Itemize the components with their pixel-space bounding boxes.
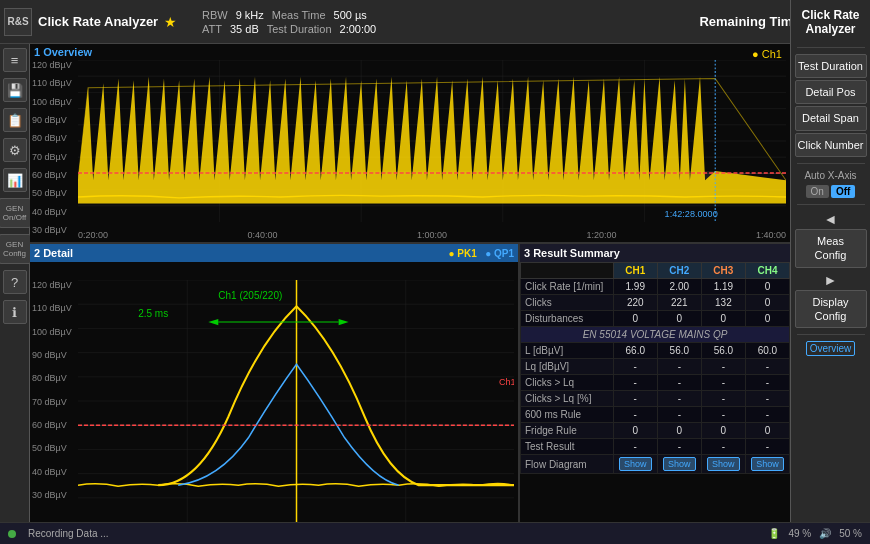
y-label-40: 40 dBµV bbox=[32, 207, 72, 217]
row-600ms-ch1: - bbox=[613, 407, 657, 423]
auto-x-axis-off[interactable]: Off bbox=[831, 185, 855, 198]
row-clicks-ch3: 132 bbox=[701, 295, 745, 311]
row-flow-diagram-ch1[interactable]: Show bbox=[613, 455, 657, 474]
svg-text:Ch1 (205/220): Ch1 (205/220) bbox=[218, 290, 282, 301]
left-sidebar: ≡ 💾 📋 ⚙ 📊 GEN On/Off GEN Config ? ℹ bbox=[0, 44, 30, 544]
table-row: Flow Diagram Show Show Show Show bbox=[521, 455, 790, 474]
meas-config-button[interactable]: MeasConfig bbox=[795, 229, 867, 268]
auto-x-axis-label: Auto X-Axis bbox=[804, 170, 856, 181]
table-row: Fridge Rule 0 0 0 0 bbox=[521, 423, 790, 439]
dy-120: 120 dBµV bbox=[32, 280, 72, 290]
gen-on-off-button[interactable]: GEN On/Off bbox=[0, 198, 31, 228]
result-panel-header: 3 Result Summary bbox=[520, 244, 790, 262]
detail-pos-button[interactable]: Detail Pos bbox=[795, 80, 867, 104]
rbw-label: RBW bbox=[202, 9, 228, 21]
row-flow-diagram-ch4[interactable]: Show bbox=[745, 455, 789, 474]
remaining-label: Remaining Time bbox=[699, 14, 799, 29]
detail-chart-svg: Ch1 (205/220) 2.5 ms Ch1 bbox=[78, 280, 514, 522]
qp1-marker: ● QP1 bbox=[485, 248, 514, 259]
row-fridge-ch2: 0 bbox=[657, 423, 701, 439]
row-flow-diagram-ch3[interactable]: Show bbox=[701, 455, 745, 474]
right-sidebar: Click RateAnalyzer Test Duration Detail … bbox=[790, 0, 870, 544]
logo-area: R&S Click Rate Analyzer ★ bbox=[4, 8, 194, 36]
row-disturbances-ch4: 0 bbox=[745, 311, 789, 327]
auto-x-axis-toggle[interactable]: On Off bbox=[806, 185, 856, 198]
detail-panel-header: 2 Detail ● PK1 ● QP1 bbox=[30, 244, 518, 262]
detail-markers: ● PK1 ● QP1 bbox=[449, 248, 514, 259]
test-duration-value: 2:00:00 bbox=[340, 23, 377, 35]
col-header-ch1: CH1 bbox=[613, 263, 657, 279]
row-clicks-lq-label: Clicks > Lq bbox=[521, 375, 614, 391]
show-button-ch1[interactable]: Show bbox=[619, 457, 652, 471]
test-duration-label: Test Duration bbox=[267, 23, 332, 35]
status-right: 🔋 49 % 🔊 50 % bbox=[768, 528, 862, 539]
settings-icon[interactable]: ⚙ bbox=[3, 138, 27, 162]
row-fridge-ch1: 0 bbox=[613, 423, 657, 439]
chart-icon[interactable]: 📊 bbox=[3, 168, 27, 192]
rbw-value: 9 kHz bbox=[236, 9, 264, 21]
row-600ms-ch2: - bbox=[657, 407, 701, 423]
overview-x-labels: 0:20:00 0:40:00 1:00:00 1:20:00 1:40:00 bbox=[78, 230, 786, 240]
overview-chart: 1:42:28.0000 bbox=[78, 60, 786, 222]
help-icon[interactable]: ? bbox=[3, 270, 27, 294]
row-lq-ch3: - bbox=[701, 359, 745, 375]
x-label-020: 0:20:00 bbox=[78, 230, 108, 240]
dy-80: 80 dBµV bbox=[32, 373, 72, 383]
overview-icons: Overview bbox=[806, 341, 856, 356]
panel-overview: 1 Overview ● Ch1 120 dBµV 110 dBµV 100 d… bbox=[30, 44, 790, 244]
row-disturbances-label: Disturbances bbox=[521, 311, 614, 327]
table-row: L [dBµV] 66.0 56.0 56.0 60.0 bbox=[521, 343, 790, 359]
row-clicks-lq-pct-ch1: - bbox=[613, 391, 657, 407]
recording-dot bbox=[8, 530, 16, 538]
pk1-marker: ● PK1 bbox=[449, 248, 477, 259]
y-label-110: 110 dBµV bbox=[32, 78, 72, 88]
y-label-50: 50 dBµV bbox=[32, 188, 72, 198]
y-label-90: 90 dBµV bbox=[32, 115, 72, 125]
overview-y-labels: 120 dBµV 110 dBµV 100 dBµV 90 dBµV 80 dB… bbox=[32, 60, 72, 235]
dy-30: 30 dBµV bbox=[32, 490, 72, 500]
show-button-ch2[interactable]: Show bbox=[663, 457, 696, 471]
x-label-040: 0:40:00 bbox=[247, 230, 277, 240]
y-label-30: 30 dBµV bbox=[32, 225, 72, 235]
row-lq-ch1: - bbox=[613, 359, 657, 375]
show-button-ch4[interactable]: Show bbox=[751, 457, 784, 471]
save-icon[interactable]: 💾 bbox=[3, 78, 27, 102]
row-disturbances-ch2: 0 bbox=[657, 311, 701, 327]
hamburger-icon[interactable]: ≡ bbox=[3, 48, 27, 72]
row-clicks-lq-pct-ch3: - bbox=[701, 391, 745, 407]
row-l-label: L [dBµV] bbox=[521, 343, 614, 359]
detail-panel-label: 2 Detail bbox=[34, 247, 73, 259]
y-label-100: 100 dBµV bbox=[32, 97, 72, 107]
clipboard-icon[interactable]: 📋 bbox=[3, 108, 27, 132]
result-table: CH1 CH2 CH3 CH4 Click Rate [1/min] 1.99 … bbox=[520, 262, 790, 474]
display-config-button[interactable]: DisplayConfig bbox=[795, 290, 867, 329]
row-flow-diagram-ch2[interactable]: Show bbox=[657, 455, 701, 474]
row-clicks-lq-ch1: - bbox=[613, 375, 657, 391]
row-clicks-lq-ch2: - bbox=[657, 375, 701, 391]
col-header-ch3: CH3 bbox=[701, 263, 745, 279]
overview-button[interactable]: Overview bbox=[806, 341, 856, 356]
row-lq-ch4: - bbox=[745, 359, 789, 375]
row-disturbances-ch1: 0 bbox=[613, 311, 657, 327]
table-row: Clicks > Lq [%] - - - - bbox=[521, 391, 790, 407]
svg-marker-37 bbox=[208, 319, 218, 325]
row-clicks-lq-pct-ch2: - bbox=[657, 391, 701, 407]
info-icon[interactable]: ℹ bbox=[3, 300, 27, 324]
section-label-en55014: EN 55014 VOLTAGE MAINS QP bbox=[521, 327, 790, 343]
table-row: 600 ms Rule - - - - bbox=[521, 407, 790, 423]
y-label-70: 70 dBµV bbox=[32, 152, 72, 162]
panel-result: 3 Result Summary CH1 CH2 CH3 CH4 Click R… bbox=[520, 244, 790, 544]
detail-span-button[interactable]: Detail Span bbox=[795, 106, 867, 130]
click-number-button[interactable]: Click Number bbox=[795, 133, 867, 157]
row-l-ch2: 56.0 bbox=[657, 343, 701, 359]
test-duration-button[interactable]: Test Duration bbox=[795, 54, 867, 78]
show-button-ch3[interactable]: Show bbox=[707, 457, 740, 471]
gen-config-button[interactable]: GEN Config bbox=[0, 234, 31, 264]
status-bar: Recording Data ... 🔋 49 % 🔊 50 % bbox=[0, 522, 870, 544]
svg-marker-38 bbox=[339, 319, 349, 325]
row-click-rate-ch1: 1.99 bbox=[613, 279, 657, 295]
att-value: 35 dB bbox=[230, 23, 259, 35]
top-bar: R&S Click Rate Analyzer ★ RBW 9 kHz Meas… bbox=[0, 0, 870, 44]
speaker-right-icon: ► bbox=[824, 272, 838, 288]
auto-x-axis-on[interactable]: On bbox=[806, 185, 829, 198]
